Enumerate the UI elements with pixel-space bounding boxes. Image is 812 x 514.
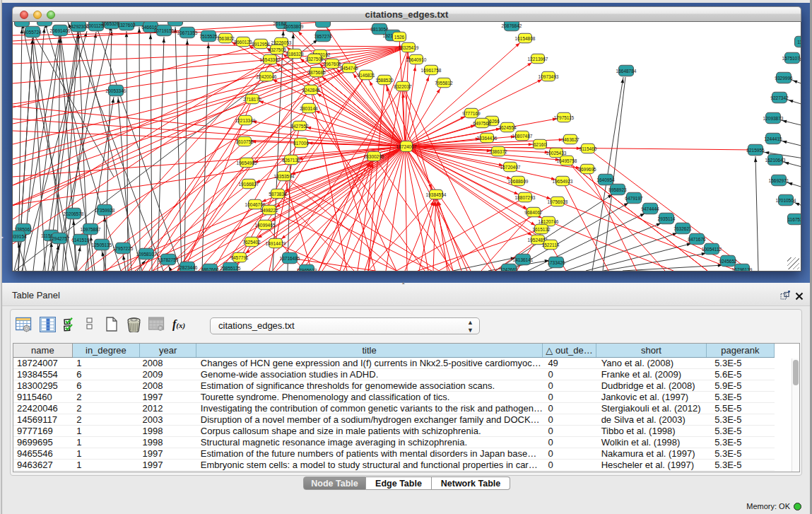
svg-text:1112: 1112 bbox=[797, 40, 801, 45]
svg-text:8322037: 8322037 bbox=[394, 84, 412, 89]
svg-text:7857274: 7857274 bbox=[314, 34, 332, 39]
svg-text:12213967: 12213967 bbox=[528, 57, 548, 62]
svg-text:12505135: 12505135 bbox=[92, 243, 112, 247]
svg-text:6479197: 6479197 bbox=[625, 196, 643, 201]
svg-text:15692971: 15692971 bbox=[769, 178, 789, 183]
svg-text:4055724: 4055724 bbox=[23, 30, 42, 35]
svg-text:19384554: 19384554 bbox=[426, 192, 447, 197]
svg-text:23226053: 23226053 bbox=[271, 40, 292, 45]
svg-text:14914479: 14914479 bbox=[266, 241, 286, 246]
svg-text:9457791: 9457791 bbox=[230, 255, 249, 260]
svg-text:19166827: 19166827 bbox=[239, 182, 259, 187]
svg-text:10719155: 10719155 bbox=[154, 28, 175, 33]
svg-text:1141519: 1141519 bbox=[72, 238, 90, 243]
svg-text:12942757: 12942757 bbox=[49, 236, 70, 241]
svg-text:16053809: 16053809 bbox=[283, 24, 304, 29]
svg-text:10025433: 10025433 bbox=[546, 151, 567, 156]
svg-text:17359928: 17359928 bbox=[95, 208, 115, 213]
svg-text:8454749: 8454749 bbox=[340, 66, 358, 71]
svg-text:2935114: 2935114 bbox=[658, 216, 676, 221]
svg-text:7955812: 7955812 bbox=[435, 81, 453, 86]
svg-text:9242845: 9242845 bbox=[302, 88, 320, 93]
svg-text:14099465: 14099465 bbox=[255, 223, 276, 228]
svg-text:10671355: 10671355 bbox=[177, 30, 198, 35]
svg-text:10973493: 10973493 bbox=[539, 74, 559, 79]
svg-text:16154808: 16154808 bbox=[515, 36, 536, 41]
svg-text:1610755: 1610755 bbox=[235, 139, 254, 144]
svg-text:18724007: 18724007 bbox=[396, 144, 417, 149]
svg-text:7632621: 7632621 bbox=[673, 226, 692, 231]
svg-text:13353594: 13353594 bbox=[274, 174, 295, 179]
svg-text:13716485: 13716485 bbox=[280, 256, 300, 261]
svg-text:9146821: 9146821 bbox=[357, 73, 375, 78]
svg-text:8427552: 8427552 bbox=[290, 124, 309, 129]
svg-text:62160: 62160 bbox=[534, 142, 546, 147]
svg-text:3242663: 3242663 bbox=[500, 267, 518, 271]
svg-text:7563822: 7563822 bbox=[216, 36, 235, 41]
svg-text:817006: 817006 bbox=[293, 141, 309, 146]
svg-text:9777169: 9777169 bbox=[462, 111, 481, 116]
svg-text:7515525: 7515525 bbox=[199, 34, 218, 39]
svg-text:14120746: 14120746 bbox=[539, 219, 559, 224]
svg-text:1588520: 1588520 bbox=[375, 78, 394, 83]
svg-text:9329996: 9329996 bbox=[775, 76, 793, 81]
svg-text:1733426: 1733426 bbox=[547, 260, 565, 265]
svg-text:2967608: 2967608 bbox=[323, 62, 341, 66]
svg-text:20876842: 20876842 bbox=[502, 23, 522, 28]
svg-text:8186328: 8186328 bbox=[286, 52, 304, 57]
svg-text:116753: 116753 bbox=[787, 217, 801, 222]
svg-text:20691406: 20691406 bbox=[50, 28, 71, 33]
svg-text:2718170: 2718170 bbox=[243, 97, 261, 102]
svg-text:8215955: 8215955 bbox=[746, 148, 765, 153]
svg-text:23855125: 23855125 bbox=[220, 266, 241, 271]
svg-text:8958923: 8958923 bbox=[608, 187, 627, 192]
svg-text:10054112: 10054112 bbox=[702, 247, 722, 252]
svg-text:3875685: 3875685 bbox=[307, 70, 326, 75]
svg-text:10807487: 10807487 bbox=[512, 134, 533, 139]
svg-text:1526: 1526 bbox=[394, 35, 405, 40]
svg-text:10046706: 10046706 bbox=[245, 202, 266, 207]
svg-text:1615132: 1615132 bbox=[532, 227, 551, 232]
svg-text:16796139: 16796139 bbox=[732, 267, 753, 271]
svg-text:9474444: 9474444 bbox=[641, 206, 659, 211]
svg-text:10958107: 10958107 bbox=[136, 252, 157, 257]
svg-text:3624554: 3624554 bbox=[498, 125, 517, 130]
svg-text:1640954: 1640954 bbox=[596, 177, 615, 182]
svg-text:22420046: 22420046 bbox=[257, 74, 277, 79]
svg-text:19756928: 19756928 bbox=[548, 199, 568, 204]
svg-text:14136141: 14136141 bbox=[513, 257, 534, 262]
svg-text:20206578: 20206578 bbox=[64, 211, 84, 216]
svg-text:17965613: 17965613 bbox=[297, 268, 317, 271]
svg-text:16961758: 16961758 bbox=[421, 68, 442, 73]
svg-text:15751074: 15751074 bbox=[782, 56, 801, 61]
svg-text:9327508: 9327508 bbox=[305, 57, 324, 62]
svg-text:9227342: 9227342 bbox=[770, 95, 789, 100]
svg-text:19654985: 19654985 bbox=[237, 160, 257, 165]
svg-text:15720407: 15720407 bbox=[500, 165, 521, 170]
svg-text:23364436: 23364436 bbox=[477, 136, 498, 141]
svg-text:7386372: 7386372 bbox=[489, 149, 507, 154]
svg-text:15640910: 15640910 bbox=[406, 57, 427, 62]
svg-text:9699695: 9699695 bbox=[578, 167, 596, 172]
svg-text:17010504: 17010504 bbox=[776, 198, 796, 203]
svg-text:9327503: 9327503 bbox=[268, 47, 286, 52]
svg-text:5498222: 5498222 bbox=[260, 208, 278, 213]
svg-text:19654923: 19654923 bbox=[553, 179, 573, 184]
svg-text:1522114: 1522114 bbox=[542, 243, 560, 247]
svg-text:17975115: 17975115 bbox=[554, 115, 575, 120]
svg-text:5873834: 5873834 bbox=[269, 192, 287, 197]
svg-text:17957225: 17957225 bbox=[113, 246, 134, 251]
svg-text:7625402: 7625402 bbox=[242, 240, 261, 245]
svg-text:9245652: 9245652 bbox=[719, 259, 737, 264]
svg-text:16543362: 16543362 bbox=[260, 57, 281, 62]
svg-text:16210643: 16210643 bbox=[765, 158, 786, 163]
svg-text:2803144: 2803144 bbox=[300, 106, 318, 111]
svg-text:16495758: 16495758 bbox=[557, 158, 577, 163]
svg-text:8660123: 8660123 bbox=[234, 40, 252, 45]
svg-text:16648784: 16648784 bbox=[616, 69, 637, 74]
svg-text:9463627: 9463627 bbox=[561, 137, 579, 142]
svg-text:10975887: 10975887 bbox=[81, 227, 101, 232]
svg-text:1939154: 1939154 bbox=[13, 234, 27, 239]
svg-text:10688609: 10688609 bbox=[508, 179, 529, 184]
svg-text:20053346: 20053346 bbox=[106, 88, 126, 93]
